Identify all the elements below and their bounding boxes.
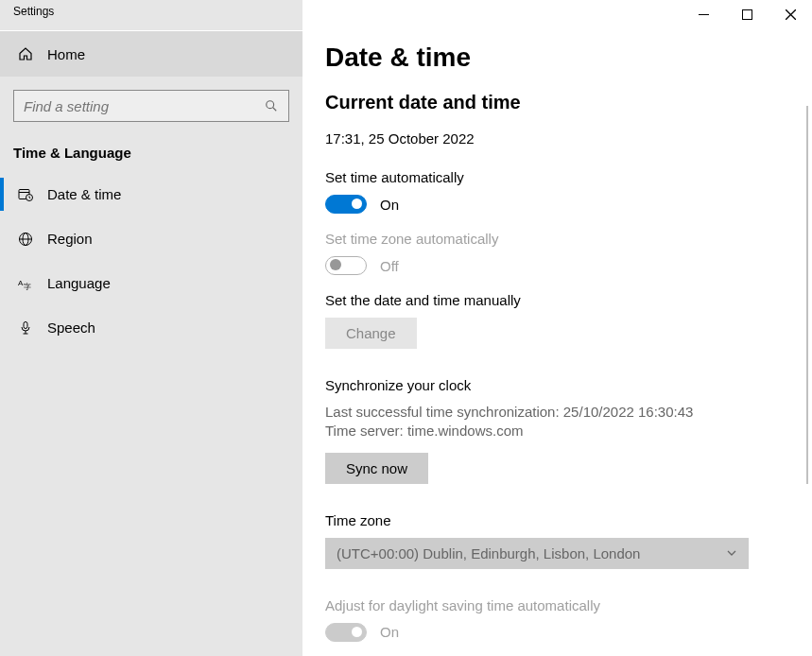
toggle-set-tz-auto — [325, 256, 367, 275]
nav-home[interactable]: Home — [0, 30, 302, 77]
search-input[interactable] — [13, 90, 289, 122]
sidebar-item-speech[interactable]: Speech — [0, 305, 302, 350]
svg-text:字: 字 — [24, 283, 31, 291]
scrollbar[interactable] — [806, 106, 808, 484]
nav-home-label: Home — [47, 46, 85, 62]
section-heading: Time & Language — [0, 122, 302, 168]
label-timezone: Time zone — [325, 512, 789, 528]
sidebar-item-region[interactable]: Region — [0, 216, 302, 261]
toggle-dst — [325, 623, 367, 642]
minimize-button[interactable] — [682, 0, 725, 28]
sidebar: Settings Home Time & Language Date & tim… — [0, 0, 302, 656]
label-set-tz-auto: Set time zone automatically — [325, 231, 789, 247]
toggle-set-tz-auto-text: Off — [380, 258, 399, 274]
sidebar-nav: Date & time Region A字 Language Speech — [0, 168, 302, 350]
svg-point-0 — [267, 101, 274, 109]
calendar-clock-icon — [17, 187, 34, 202]
close-button[interactable] — [769, 0, 812, 28]
toggle-set-time-auto-text: On — [380, 197, 399, 213]
page-title: Date & time — [325, 43, 789, 73]
globe-icon — [17, 232, 34, 247]
sidebar-item-label: Date & time — [47, 186, 121, 202]
main-panel: Date & time Current date and time 17:31,… — [302, 0, 812, 656]
chevron-down-icon — [726, 547, 737, 559]
sidebar-item-date-time[interactable]: Date & time — [0, 172, 302, 216]
sidebar-item-label: Region — [47, 231, 93, 247]
change-button: Change — [325, 318, 417, 349]
label-dst: Adjust for daylight saving time automati… — [325, 597, 789, 613]
sidebar-item-label: Language — [47, 275, 111, 291]
svg-rect-16 — [742, 9, 752, 19]
sync-last-line: Last successful time synchronization: 25… — [325, 403, 789, 422]
home-icon — [17, 46, 34, 61]
label-set-manual: Set the date and time manually — [325, 292, 789, 308]
timezone-selected-value: (UTC+00:00) Dublin, Edinburgh, Lisbon, L… — [337, 545, 640, 561]
sidebar-item-label: Speech — [47, 319, 95, 336]
svg-line-6 — [29, 198, 30, 199]
svg-line-1 — [273, 108, 277, 112]
microphone-icon — [17, 320, 34, 336]
sidebar-item-language[interactable]: A字 Language — [0, 261, 302, 305]
label-sync: Synchronize your clock — [325, 377, 789, 393]
window-title: Settings — [0, 0, 302, 30]
search-field[interactable] — [24, 98, 264, 114]
sync-server-line: Time server: time.windows.com — [325, 422, 789, 440]
subheading-current: Current date and time — [325, 92, 789, 113]
svg-rect-12 — [24, 321, 27, 328]
toggle-dst-text: On — [380, 624, 399, 640]
sync-now-button[interactable]: Sync now — [325, 453, 428, 484]
maximize-button[interactable] — [725, 0, 769, 28]
current-date-time-value: 17:31, 25 October 2022 — [325, 130, 789, 147]
toggle-set-time-auto[interactable] — [325, 195, 367, 214]
language-icon: A字 — [17, 276, 34, 291]
timezone-select[interactable]: (UTC+00:00) Dublin, Edinburgh, Lisbon, L… — [325, 538, 749, 569]
search-icon — [264, 99, 279, 112]
label-set-time-auto: Set time automatically — [325, 169, 789, 185]
